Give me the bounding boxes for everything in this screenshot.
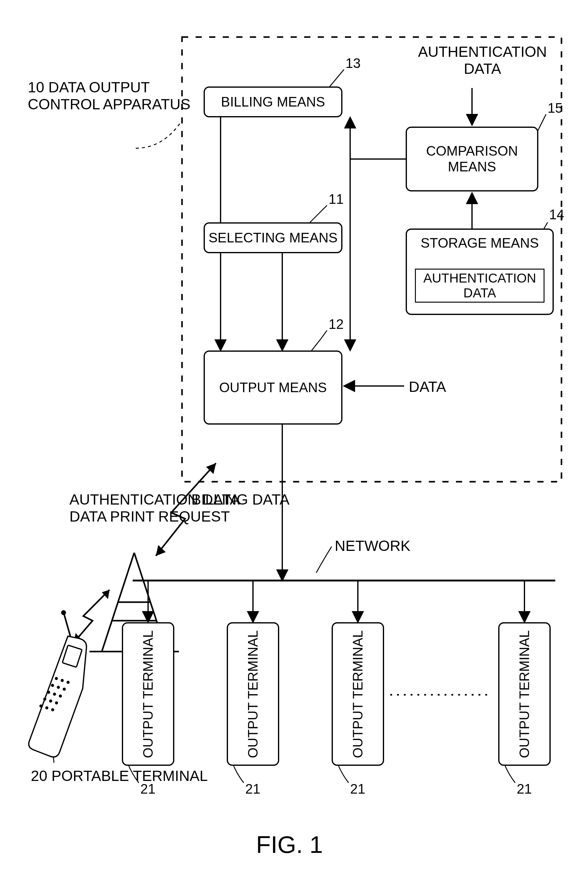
ref-21-b: 21 <box>245 781 260 797</box>
ref-13: 13 <box>345 56 361 71</box>
network-label: NETWORK <box>335 537 410 554</box>
figure-label: FIG. 1 <box>256 831 323 859</box>
data-label: DATA <box>409 378 446 395</box>
output-terminal-2: OUTPUT TERMINAL <box>227 622 279 766</box>
ref-12: 12 <box>328 316 344 332</box>
ref-21-d: 21 <box>517 781 532 797</box>
auth-data-top-label: AUTHENTICATION DATA <box>418 43 547 77</box>
svg-line-25 <box>64 614 70 636</box>
apparatus-title: 10 DATA OUTPUT CONTROL APPARATUS <box>28 79 190 113</box>
ref-15: 15 <box>548 100 563 116</box>
billing-means-box: BILLING MEANS <box>204 86 342 117</box>
portable-terminal-label: 20 PORTABLE TERMINAL <box>31 768 208 784</box>
ref-11: 11 <box>328 191 344 207</box>
auth-print-request-label: AUTHENTICATION DATA DATA PRINT REQUEST <box>69 491 240 525</box>
output-means-box: OUTPUT MEANS <box>204 351 342 424</box>
storage-means-label: STORAGE MEANS <box>420 235 538 251</box>
svg-marker-24 <box>156 545 166 556</box>
selecting-means-box: SELECTING MEANS <box>204 222 342 253</box>
ref-21-c: 21 <box>350 781 365 797</box>
output-terminal-3: OUTPUT TERMINAL <box>332 622 384 766</box>
ref-14: 14 <box>549 207 564 223</box>
auth-data-inner-box: AUTHENTICATION DATA <box>415 269 544 303</box>
output-terminal-4: OUTPUT TERMINAL <box>498 622 550 766</box>
comparison-means-box: COMPARISON MEANS <box>406 126 538 191</box>
svg-marker-21 <box>102 590 110 599</box>
output-terminal-1: OUTPUT TERMINAL <box>122 622 174 766</box>
svg-point-26 <box>62 611 65 614</box>
